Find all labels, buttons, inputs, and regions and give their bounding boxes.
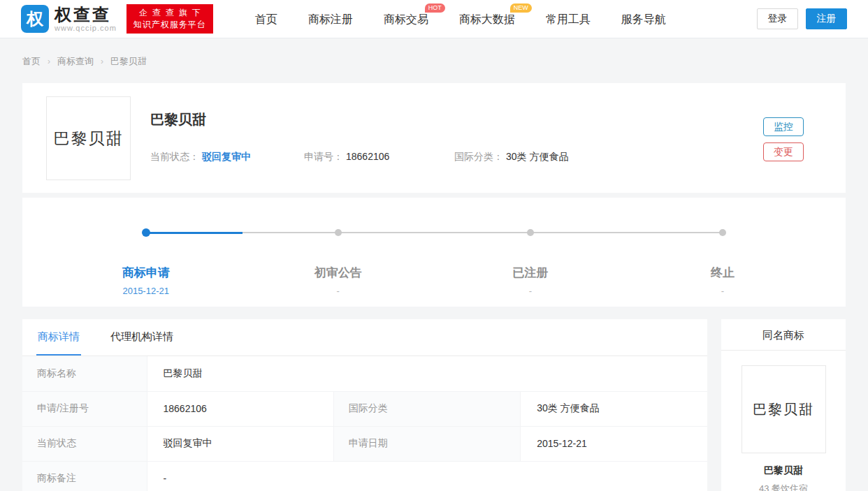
new-badge: NEW <box>510 3 532 13</box>
logo-name: 权查查 <box>55 6 117 24</box>
register-button[interactable]: 注册 <box>806 8 847 29</box>
row-label: 当前状态 <box>22 426 147 461</box>
overview-fields: 当前状态： 驳回复审中 申请号： 18662106 国际分类： 30类 方便食品 <box>150 151 763 163</box>
row-label: 国际分类 <box>333 391 520 426</box>
trademark-image: 巴黎贝甜 <box>46 96 131 180</box>
monitor-button[interactable]: 监控 <box>763 117 804 136</box>
nav-item-label: 服务导航 <box>621 13 666 25</box>
field-label: 当前状态： <box>150 151 199 163</box>
field-application-number: 申请号： 18662106 <box>304 151 454 163</box>
row-label: 商标名称 <box>22 356 147 391</box>
breadcrumb: 首页 › 商标查询 › 巴黎贝甜 <box>0 38 868 83</box>
trademark-image-text: 巴黎贝甜 <box>54 128 124 149</box>
logo-url: www.qccip.com <box>55 24 117 32</box>
table-row: 商标备注 - <box>22 461 707 491</box>
field-label: 申请号： <box>304 151 343 163</box>
chevron-right-icon: › <box>101 57 103 66</box>
row-value: 18662106 <box>147 391 333 426</box>
timeline-step-label: 已注册 <box>512 265 548 281</box>
trademark-overview-card: 巴黎贝甜 巴黎贝甜 当前状态： 驳回复审中 申请号： 18662106 国际分类… <box>22 83 846 193</box>
table-row: 申请/注册号 18662106 国际分类 30类 方便食品 <box>22 391 707 426</box>
overview-body: 巴黎贝甜 当前状态： 驳回复审中 申请号： 18662106 国际分类： 30类… <box>150 96 763 180</box>
same-name-trademark-panel: 同名商标 巴黎贝甜 巴黎贝甜 43 餐饮住宿 <box>721 319 846 491</box>
brand-badge-line2: 知识产权服务平台 <box>133 19 206 31</box>
status-value: 驳回复审中 <box>202 151 251 163</box>
same-name-trademark-image[interactable]: 巴黎贝甜 <box>742 365 826 453</box>
timeline-step-preliminary: 初审公告 - <box>314 265 362 296</box>
appno-value: 18662106 <box>346 151 389 163</box>
same-name-trademark-image-text: 巴黎贝甜 <box>753 400 814 419</box>
timeline-step-date: 2015-12-21 <box>122 286 170 296</box>
class-value: 30类 方便食品 <box>506 151 568 163</box>
tab-trademark-detail[interactable]: 商标详情 <box>36 319 81 356</box>
nav-item-service-guide[interactable]: 服务导航 <box>621 0 666 38</box>
hot-badge: HOT <box>425 3 445 13</box>
same-name-trademark-category: 43 餐饮住宿 <box>721 483 846 491</box>
logo-mark-glyph: 权 <box>27 8 43 30</box>
detail-table: 商标名称 巴黎贝甜 申请/注册号 18662106 国际分类 30类 方便食品 … <box>22 356 707 491</box>
row-value: 2015-12-21 <box>521 426 707 461</box>
login-button[interactable]: 登录 <box>757 8 798 29</box>
nav-item-trademark-trade[interactable]: 商标交易 HOT <box>384 0 428 38</box>
timeline-track <box>22 228 846 237</box>
timeline-step-applied: 商标申请 2015-12-21 <box>122 265 170 296</box>
timeline-dot-registered <box>527 229 534 236</box>
timeline-dot-preliminary <box>335 229 342 236</box>
row-label: 申请/注册号 <box>22 391 147 426</box>
timeline-step-label: 商标申请 <box>122 265 170 281</box>
trademark-title: 巴黎贝甜 <box>150 110 763 129</box>
row-value: 巴黎贝甜 <box>147 356 707 391</box>
detail-tabs: 商标详情 代理机构详情 <box>22 319 707 356</box>
chevron-right-icon: › <box>48 57 50 66</box>
row-value: 30类 方便食品 <box>521 391 707 426</box>
timeline-step-registered: 已注册 - <box>512 265 548 296</box>
timeline-step-terminated: 终止 - <box>711 265 735 296</box>
timeline-step-label: 终止 <box>711 265 735 281</box>
trademark-progress-card: 商标申请 2015-12-21 初审公告 - 已注册 - 终止 - <box>22 198 846 307</box>
change-button[interactable]: 变更 <box>763 142 804 161</box>
logo-mark-icon: 权 <box>21 5 49 33</box>
timeline-step-label: 初审公告 <box>314 265 362 281</box>
field-intl-class: 国际分类： 30类 方便食品 <box>454 151 568 163</box>
nav-item-label: 商标注册 <box>308 13 353 25</box>
brand-badge-line1: 企查查旗下 <box>133 7 206 19</box>
panel-title: 同名商标 <box>721 319 846 351</box>
breadcrumb-trademark-search[interactable]: 商标查询 <box>57 55 94 68</box>
trademark-detail-card: 商标详情 代理机构详情 商标名称 巴黎贝甜 申请/注册号 18662106 国际… <box>22 319 707 491</box>
field-label: 国际分类： <box>454 151 503 163</box>
nav-item-home[interactable]: 首页 <box>255 0 277 38</box>
tab-agency-detail[interactable]: 代理机构详情 <box>109 319 175 356</box>
row-value: 驳回复审中 <box>147 426 333 461</box>
nav-item-label: 首页 <box>255 13 277 25</box>
row-label: 商标备注 <box>22 461 147 491</box>
field-current-status: 当前状态： 驳回复审中 <box>150 151 304 163</box>
timeline-step-date: - <box>512 286 548 296</box>
table-row: 当前状态 驳回复审中 申请日期 2015-12-21 <box>22 426 707 461</box>
top-navbar: 权 权查查 www.qccip.com 企查查旗下 知识产权服务平台 首页 商标… <box>0 0 868 38</box>
timeline-dot-applied <box>142 228 150 237</box>
auth-buttons: 登录 注册 <box>757 8 847 29</box>
nav-item-label: 商标交易 <box>384 13 428 25</box>
nav-item-common-tools[interactable]: 常用工具 <box>546 0 591 38</box>
row-label: 申请日期 <box>333 426 520 461</box>
breadcrumb-home[interactable]: 首页 <box>22 55 41 68</box>
nav-item-label: 商标大数据 <box>459 13 515 25</box>
breadcrumb-current: 巴黎贝甜 <box>110 55 147 68</box>
timeline-dot-terminated <box>719 229 726 236</box>
timeline-step-date: - <box>711 286 735 296</box>
same-name-trademark-name[interactable]: 巴黎贝甜 <box>721 464 846 477</box>
nav-item-label: 常用工具 <box>546 13 591 25</box>
brand-badge: 企查查旗下 知识产权服务平台 <box>126 4 213 34</box>
timeline-step-date: - <box>314 286 362 296</box>
table-row: 商标名称 巴黎贝甜 <box>22 356 707 391</box>
timeline-line-progress <box>146 232 243 234</box>
overview-actions: 监控 变更 <box>763 96 804 180</box>
nav-item-trademark-register[interactable]: 商标注册 <box>308 0 353 38</box>
logo-text: 权查查 www.qccip.com <box>55 6 117 32</box>
nav-item-trademark-bigdata[interactable]: 商标大数据 NEW <box>459 0 515 38</box>
main-nav: 首页 商标注册 商标交易 HOT 商标大数据 NEW 常用工具 服务导航 <box>255 0 697 38</box>
logo[interactable]: 权 权查查 www.qccip.com 企查查旗下 知识产权服务平台 <box>21 4 213 34</box>
row-value: - <box>147 461 707 491</box>
